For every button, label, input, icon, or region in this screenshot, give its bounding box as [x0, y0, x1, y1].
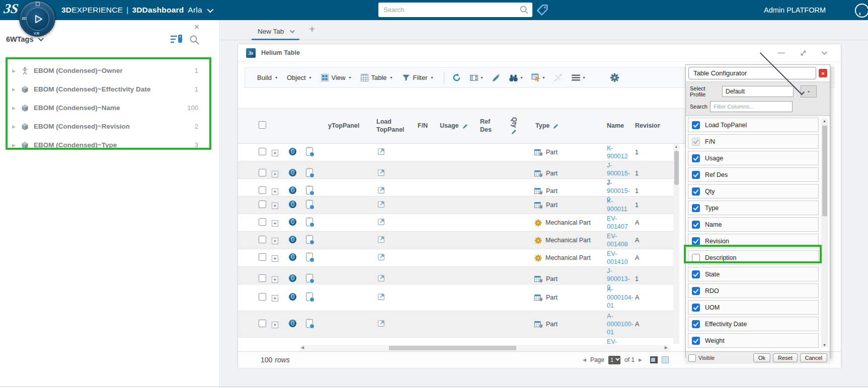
filter-menu[interactable]: Filter▾ — [402, 74, 433, 81]
row-checkbox[interactable] — [259, 320, 266, 327]
expand-row-icon[interactable]: + — [272, 203, 278, 209]
clipboard-collect-icon[interactable] — [306, 319, 313, 328]
configurator-scrollbar[interactable]: ▲ ▼ — [821, 119, 828, 347]
row-checkbox[interactable] — [259, 201, 266, 208]
search-input[interactable] — [378, 3, 532, 17]
tag-tree-item[interactable]: ▶ EBOM (Condensed)~Owner 1 — [0, 61, 213, 80]
clipboard-collect-icon[interactable] — [306, 218, 313, 226]
find-button[interactable]: ▾ — [509, 74, 523, 82]
name-link[interactable]: A- 0000104- 01 — [600, 285, 632, 310]
column-option[interactable]: Load TopPanel — [688, 118, 819, 132]
column-checkbox[interactable] — [692, 254, 700, 262]
table-view-toggle-icon[interactable] — [650, 356, 658, 363]
column-checkbox[interactable] — [692, 171, 700, 179]
tag-tree-item[interactable]: ▶ EBOM (Condensed)~Effectivity Date 1 — [0, 80, 213, 99]
object-menu[interactable]: Object▾ — [287, 74, 311, 81]
configurator-scrollbar-thumb[interactable] — [822, 126, 827, 216]
column-panel-button[interactable]: ▾ — [470, 74, 483, 82]
vertical-scrollbar-thumb[interactable] — [674, 151, 679, 185]
ok-button[interactable]: Ok — [753, 353, 770, 362]
next-page-icon[interactable]: ▶ — [639, 357, 642, 362]
open-3dexperience-icon[interactable] — [289, 169, 296, 176]
tag-tree-item[interactable]: ▶ EBOM (Condensed)~Name 100 — [0, 99, 213, 117]
minimize-widget-icon[interactable]: — — [778, 49, 785, 57]
edit-button[interactable] — [492, 73, 500, 82]
open-panel-icon[interactable] — [377, 319, 385, 327]
clipboard-collect-icon[interactable] — [306, 293, 313, 301]
table-row[interactable]: + Mechani — [238, 214, 673, 232]
row-checkbox[interactable] — [259, 236, 266, 243]
clipboard-collect-icon[interactable] — [306, 147, 313, 156]
name-link[interactable]: K- 900012 — [600, 144, 632, 161]
name-link[interactable]: K-900011 — [600, 197, 632, 214]
mass-update-button[interactable]: ▾ — [531, 73, 545, 82]
expand-row-icon[interactable]: + — [272, 295, 278, 302]
column-option[interactable]: Weight — [688, 333, 819, 348]
header-type[interactable]: Type — [527, 122, 600, 130]
open-3dexperience-icon[interactable] — [289, 186, 296, 194]
table-row[interactable]: + Part — [238, 267, 673, 284]
clipboard-collect-icon[interactable] — [306, 274, 313, 282]
settings-button[interactable] — [610, 73, 619, 82]
search-icon[interactable] — [519, 5, 529, 15]
table-row[interactable]: + Mechani — [238, 249, 673, 267]
compass-play-icon[interactable] — [26, 8, 49, 31]
horizontal-scrollbar-thumb[interactable] — [389, 346, 516, 350]
collapse-widget-icon[interactable] — [822, 49, 827, 55]
table-menu[interactable]: Table▾ — [361, 74, 392, 81]
table-row[interactable]: + Part — [238, 179, 673, 197]
open-3dexperience-icon[interactable] — [289, 236, 296, 243]
open-panel-icon[interactable] — [377, 147, 385, 155]
row-checkbox[interactable] — [259, 274, 266, 282]
column-option[interactable]: Qty — [688, 184, 819, 199]
vertical-scrollbar[interactable]: ▲ — [673, 144, 679, 344]
open-panel-icon[interactable] — [377, 293, 385, 301]
row-checkbox[interactable] — [259, 148, 266, 155]
refresh-button[interactable] — [452, 73, 461, 82]
expand-arrow-icon[interactable]: ▶ — [12, 68, 21, 73]
column-checkbox[interactable] — [692, 304, 700, 312]
scroll-up-icon[interactable]: ▲ — [821, 119, 828, 123]
panel-view-toggle-icon[interactable] — [662, 356, 669, 363]
column-option[interactable]: Name — [688, 217, 819, 232]
sort-filter-icon[interactable] — [170, 33, 183, 48]
name-link[interactable]: A- 0000100- 01 — [600, 312, 632, 337]
filter-columns-input[interactable] — [710, 101, 793, 112]
open-panel-icon[interactable] — [377, 218, 385, 226]
table-row[interactable]: + Part — [238, 144, 673, 161]
scroll-right-icon[interactable]: ▶ — [665, 345, 668, 350]
name-link[interactable]: EV- 001410 — [600, 250, 632, 266]
expand-row-icon[interactable]: + — [272, 150, 278, 156]
row-checkbox[interactable] — [259, 253, 266, 261]
scroll-left-icon[interactable]: ◀ — [301, 345, 304, 350]
table-row[interactable]: + Part — [238, 197, 673, 214]
column-option[interactable]: RDO — [688, 283, 819, 298]
table-row[interactable]: + Part — [238, 311, 673, 338]
previous-page-icon[interactable]: ◀ — [583, 357, 586, 362]
build-menu[interactable]: Build▾ — [257, 74, 277, 81]
clipboard-collect-icon[interactable] — [306, 168, 313, 177]
row-checkbox[interactable] — [259, 186, 266, 194]
horizontal-scrollbar[interactable]: ◀ ▶ — [299, 345, 669, 351]
clipboard-collect-icon[interactable] — [306, 253, 313, 261]
scroll-down-icon[interactable]: ▼ — [821, 343, 828, 347]
expand-row-icon[interactable]: + — [272, 220, 278, 227]
search-tags-icon[interactable] — [189, 35, 200, 47]
column-checkbox[interactable] — [692, 337, 700, 345]
header-revision[interactable]: Revision — [632, 122, 660, 130]
name-link[interactable]: EV- — [600, 338, 632, 344]
column-checkbox[interactable] — [692, 320, 700, 328]
open-panel-icon[interactable] — [377, 168, 385, 176]
chevron-down-icon[interactable] — [207, 6, 213, 13]
column-checkbox[interactable] — [692, 270, 700, 278]
header-usage[interactable]: Usage — [434, 122, 469, 130]
open-panel-icon[interactable] — [377, 186, 385, 194]
expand-arrow-icon[interactable]: ▶ — [12, 87, 21, 92]
tag-tree-item[interactable]: ▶ EBOM (Condensed)~Type 3 — [0, 136, 213, 154]
header-name[interactable]: Name — [600, 122, 632, 130]
clipboard-collect-icon[interactable] — [306, 200, 313, 209]
clipboard-collect-icon[interactable] — [306, 235, 313, 244]
column-checkbox[interactable] — [692, 204, 700, 212]
name-link[interactable]: EV- 001408 — [600, 232, 632, 249]
column-checkbox[interactable] — [692, 121, 700, 129]
